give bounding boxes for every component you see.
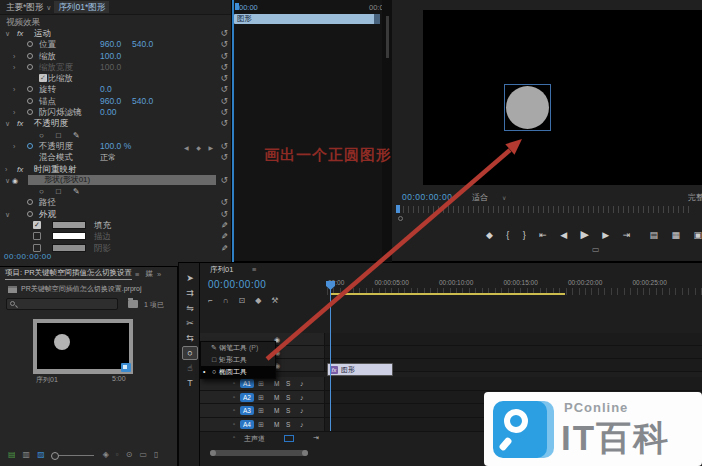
add-marker-icon[interactable]: ◆: [486, 230, 493, 240]
extract-icon[interactable]: ▦: [672, 230, 681, 240]
audio-track-lane-A1[interactable]: ▫A1⊞MS♪: [200, 377, 702, 391]
export-frame-icon[interactable]: ▣: [693, 230, 702, 240]
voiceover-mic-icon[interactable]: ♪: [300, 394, 304, 401]
step-forward-icon[interactable]: ▶: [602, 230, 609, 240]
reset-icon[interactable]: ↺: [220, 118, 228, 129]
tab-sequence-01[interactable]: 序列01: [210, 265, 233, 275]
color-swatch[interactable]: [52, 244, 86, 252]
new-item-icon[interactable]: ▯: [154, 450, 158, 460]
go-to-end-icon[interactable]: ⇥: [313, 434, 319, 442]
solo-button[interactable]: S: [286, 421, 290, 428]
new-bin-icon[interactable]: ▭: [139, 450, 147, 460]
ellipse-tool[interactable]: ○: [182, 346, 198, 360]
voiceover-mic-icon[interactable]: ♪: [300, 380, 304, 387]
source-patch-icon[interactable]: ⊞: [258, 380, 264, 388]
source-patch-icon[interactable]: ⊞: [258, 421, 264, 429]
source-patch-icon[interactable]: ⊞: [258, 394, 264, 402]
checkbox[interactable]: [33, 232, 41, 240]
stopwatch-icon[interactable]: [27, 199, 33, 205]
mark-in-icon[interactable]: {: [506, 230, 509, 240]
mute-button[interactable]: M: [274, 407, 279, 414]
reset-icon[interactable]: ↺: [220, 96, 228, 107]
timeline-scrollbar[interactable]: [210, 450, 308, 456]
property-value[interactable]: 540.0: [132, 39, 153, 50]
stopwatch-icon[interactable]: [27, 53, 33, 59]
property-value[interactable]: 0.00: [100, 107, 117, 118]
mute-button[interactable]: M: [274, 380, 279, 387]
twirl-icon[interactable]: ∨: [5, 209, 10, 220]
effect-controls-timecode[interactable]: 00:00:00:00: [4, 252, 52, 261]
lock-icon[interactable]: ▫: [233, 407, 235, 413]
audio-track-badge[interactable]: A3: [240, 406, 254, 415]
go-to-in-icon[interactable]: ⇤: [539, 230, 547, 240]
snap-icon[interactable]: ∩: [223, 296, 229, 305]
solo-button[interactable]: S: [286, 394, 290, 401]
audio-track-badge[interactable]: A4: [240, 420, 254, 429]
checkbox[interactable]: [33, 244, 41, 252]
selection-tool[interactable]: ➤: [179, 271, 201, 285]
property-value[interactable]: 960.0: [100, 39, 121, 50]
lock-icon[interactable]: ▫: [233, 380, 235, 386]
timeline-timecode[interactable]: 00:00:00:00: [208, 279, 266, 290]
project-bin-item[interactable]: PR关键帧空间插值怎么切换设置.prproj: [8, 284, 142, 294]
type-tool[interactable]: T: [179, 376, 201, 390]
audio-track-badge[interactable]: A2: [240, 393, 254, 402]
reset-icon[interactable]: ↺: [220, 62, 228, 73]
stopwatch-icon[interactable]: [27, 41, 33, 47]
sequence-name-label[interactable]: 序列01: [36, 375, 58, 385]
tab-project[interactable]: 项目: PR关键帧空间插值怎么切换设置: [5, 268, 132, 280]
mask-tools-icons[interactable]: ○ □ ✎: [39, 186, 85, 197]
reset-icon[interactable]: ↺: [220, 209, 228, 220]
add-marker-icon[interactable]: ◆: [255, 296, 261, 305]
lift-icon[interactable]: ▤: [650, 230, 659, 240]
panel-divider[interactable]: [232, 0, 234, 262]
source-patch-icon[interactable]: ⊞: [258, 407, 264, 415]
tab-master-graphic[interactable]: 主要*图形: [6, 2, 43, 12]
eyedropper-icon[interactable]: ✎: [221, 231, 228, 242]
reset-icon[interactable]: ↺: [220, 51, 228, 62]
stopwatch-icon[interactable]: [27, 143, 33, 149]
go-to-out-icon[interactable]: ⇥: [623, 230, 631, 240]
selected-shape-row[interactable]: 形状(形状01): [28, 175, 216, 185]
property-value[interactable]: 100.0: [100, 62, 121, 73]
master-meter-icon[interactable]: [284, 435, 294, 442]
monitor-mini-ruler[interactable]: [398, 206, 692, 213]
panel-menu-icon[interactable]: ≡: [252, 265, 256, 274]
search-input[interactable]: [6, 298, 118, 310]
blend-mode-select[interactable]: 正常: [100, 152, 166, 163]
eye-icon[interactable]: ◉: [12, 175, 18, 186]
list-view-icon[interactable]: ▤: [8, 450, 16, 460]
reset-icon[interactable]: ↺: [220, 107, 228, 118]
property-value[interactable]: 0.0: [100, 84, 112, 95]
property-value[interactable]: 540.0: [132, 96, 153, 107]
ripple-edit-tool[interactable]: ⇋: [179, 301, 201, 315]
tab-sequence-graphic[interactable]: 序列01*图形: [54, 1, 109, 13]
reset-icon[interactable]: ↺: [220, 175, 228, 186]
reset-icon[interactable]: ↺: [220, 73, 228, 84]
lock-icon[interactable]: ▫: [233, 394, 235, 400]
mute-button[interactable]: M: [274, 394, 279, 401]
voiceover-mic-icon[interactable]: ♪: [300, 407, 304, 414]
twirl-icon[interactable]: ›: [13, 84, 15, 95]
timeline-settings-icon[interactable]: ⚒: [271, 296, 278, 305]
reset-icon[interactable]: ↺: [220, 197, 228, 208]
stopwatch-icon[interactable]: [27, 109, 33, 115]
lock-icon[interactable]: ▫: [233, 434, 235, 440]
nest-toggle-icon[interactable]: ⌐: [208, 296, 213, 305]
tab-media-browser-partial[interactable]: 媒: [145, 269, 153, 279]
checkbox[interactable]: ✓: [33, 221, 41, 229]
stopwatch-icon[interactable]: [27, 64, 33, 70]
color-swatch[interactable]: [52, 232, 86, 240]
freeform-view-icon[interactable]: ▨: [37, 450, 45, 460]
hand-tool[interactable]: ☝: [179, 361, 201, 375]
linked-selection-icon[interactable]: ⊡: [238, 296, 245, 305]
panel-menu-icon[interactable]: ≡: [135, 270, 139, 279]
playback-resolution-select[interactable]: 完整: [688, 192, 702, 203]
mask-tools-icons[interactable]: ○ □ ✎: [39, 130, 85, 141]
reset-icon[interactable]: ↺: [220, 141, 228, 152]
playhead-line[interactable]: [330, 281, 331, 431]
twirl-icon[interactable]: ›: [13, 51, 15, 62]
automate-sequence-icon[interactable]: ▫: [116, 450, 119, 460]
drawn-circle-shape[interactable]: [506, 86, 549, 129]
sort-icon[interactable]: ◈: [103, 450, 109, 460]
